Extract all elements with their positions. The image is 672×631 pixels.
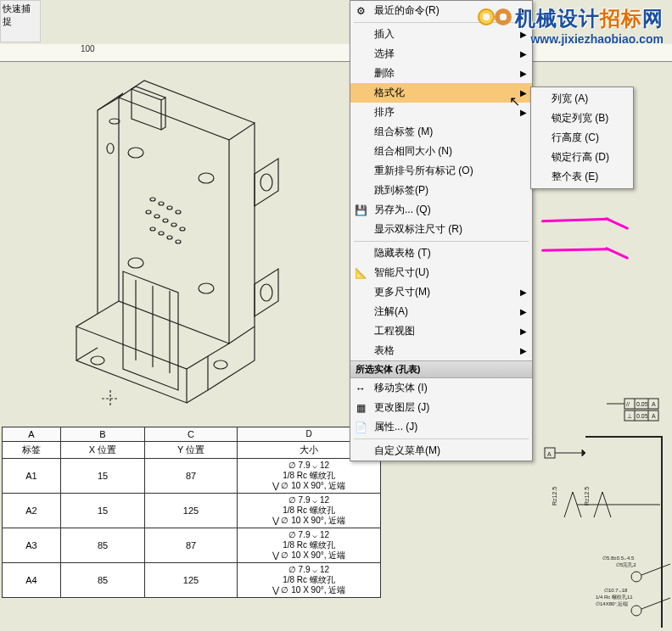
svg-text://: //: [626, 401, 630, 407]
svg-point-9: [176, 210, 181, 214]
dimension-icon: 📐: [354, 266, 367, 280]
svg-line-44: [641, 564, 670, 575]
svg-text:∅5完孔2: ∅5完孔2: [616, 561, 636, 567]
table-row[interactable]: A1 15 87 ∅ 7.9 ⌵ 12 1/8 Rc 螺纹孔 ⋁ ∅ 10 X …: [3, 459, 381, 494]
menu-more-dim[interactable]: 更多尺寸(M)▶: [350, 282, 532, 302]
menu-hide-table[interactable]: 隐藏表格 (T): [350, 243, 532, 263]
svg-text:∅10.7⌵18: ∅10.7⌵18: [604, 588, 628, 593]
svg-text:A: A: [547, 451, 552, 457]
svg-point-4: [128, 258, 143, 268]
svg-text:Rz12.5: Rz12.5: [584, 487, 590, 505]
svg-point-8: [167, 206, 172, 209]
menu-drawing-view[interactable]: 工程视图▶: [350, 321, 532, 341]
submenu-lock-row-height[interactable]: 锁定行高 (D): [531, 148, 633, 167]
svg-point-17: [167, 236, 172, 239]
svg-text:A: A: [652, 401, 656, 407]
svg-point-11: [154, 215, 160, 218]
move-icon: ↔: [354, 382, 367, 395]
svg-point-20: [107, 143, 114, 154]
svg-point-13: [171, 223, 176, 226]
svg-point-18: [176, 240, 181, 243]
svg-point-43: [631, 606, 641, 616]
menu-move-entity[interactable]: ↔ 移动实体 (I): [350, 378, 532, 398]
menu-renumber[interactable]: 重新排号所有标记 (O): [350, 161, 532, 181]
table-subheader-row: 标签 X 位置 Y 位置 大小: [3, 442, 381, 459]
svg-point-19: [109, 119, 120, 124]
svg-text:A: A: [652, 413, 656, 419]
svg-point-0: [260, 174, 272, 191]
menu-smart-dim[interactable]: 📐 智能尺寸(U): [350, 263, 532, 282]
menu-properties[interactable]: 📄 属性... (J): [350, 417, 532, 437]
menu-separator: [354, 438, 529, 439]
svg-point-10: [146, 210, 151, 214]
subheader-tag: 标签: [3, 442, 61, 459]
svg-text:0.05: 0.05: [636, 401, 648, 407]
watermark-url: www.jixiezhaobiao.com: [478, 32, 664, 46]
menu-custom-menu[interactable]: 自定义菜单(M): [350, 441, 532, 461]
quick-snap-label: 快速捕捉: [3, 3, 31, 26]
svg-point-1: [260, 284, 272, 301]
svg-point-21: [91, 356, 104, 365]
watermark: 机械设计招标网 www.jixiezhaobiao.com: [478, 5, 664, 46]
svg-point-16: [159, 232, 164, 235]
subheader-x: X 位置: [61, 442, 145, 459]
gears-icon: [478, 8, 512, 25]
menu-sort[interactable]: 排序▶: [350, 103, 532, 122]
svg-point-42: [631, 572, 641, 582]
properties-icon: 📄: [354, 421, 367, 434]
ruler-tick: 100: [81, 44, 95, 53]
format-submenu[interactable]: 列宽 (A) 锁定列宽 (B) 行高度 (C) 锁定行高 (D) 整个表 (E): [530, 87, 634, 189]
svg-point-5: [199, 283, 214, 293]
submenu-col-width[interactable]: 列宽 (A): [531, 89, 633, 109]
gear-icon: ⚙: [354, 4, 367, 18]
subheader-y: Y 位置: [145, 442, 238, 459]
svg-text:⊥: ⊥: [627, 413, 632, 419]
svg-text:∅14X80°,近端: ∅14X80°,近端: [596, 601, 628, 606]
svg-line-47: [641, 598, 670, 609]
svg-text:1/4 Rc 螺纹孔11: 1/4 Rc 螺纹孔11: [596, 595, 633, 600]
svg-text:0.05: 0.05: [636, 413, 648, 419]
submenu-lock-col-width[interactable]: 锁定列宽 (B): [531, 109, 633, 128]
quick-snap-panel: 快速捕捉: [0, 0, 41, 42]
col-header-a: A: [3, 427, 61, 442]
menu-merge-label[interactable]: 组合标签 (M): [350, 122, 532, 142]
menu-show-dual-dim[interactable]: 显示双标注尺寸 (R): [350, 220, 532, 239]
menu-format[interactable]: 格式化▶: [350, 83, 532, 103]
svg-point-12: [163, 219, 168, 222]
table-row[interactable]: A2 15 125 ∅ 7.9 ⌵ 12 1/8 Rc 螺纹孔 ⋁ ∅ 10 X…: [3, 494, 381, 528]
svg-point-2: [128, 148, 143, 158]
menu-select[interactable]: 选择▶: [350, 44, 532, 64]
menu-annotation[interactable]: 注解(A)▶: [350, 302, 532, 321]
menu-save-as[interactable]: 💾 另存为... (Q): [350, 200, 532, 220]
svg-point-3: [199, 173, 214, 183]
menu-merge-size[interactable]: 组合相同大小 (N): [350, 142, 532, 161]
context-menu[interactable]: ⚙ 最近的命令(R) ▶ 插入▶ 选择▶ 删除▶ 格式化▶ 排序▶ 组合标签 (…: [350, 0, 533, 461]
svg-point-6: [150, 198, 155, 201]
svg-text:Rz12.5: Rz12.5: [552, 487, 557, 505]
menu-delete[interactable]: 删除▶: [350, 64, 532, 83]
col-header-c: C: [145, 427, 238, 442]
table-header-row: A B C D: [3, 427, 381, 442]
isometric-part: [51, 64, 339, 420]
table-row[interactable]: A4 85 125 ∅ 7.9 ⌵ 12 1/8 Rc 螺纹孔 ⋁ ∅ 10 X…: [3, 563, 381, 598]
col-header-b: B: [61, 427, 145, 442]
right-view: // 0.05 A ⊥ 0.05 A A Rz12.5 Rz12.5: [543, 390, 670, 628]
menu-change-layer[interactable]: ▦ 更改图层 (J): [350, 398, 532, 417]
menu-tables[interactable]: 表格▶: [350, 341, 532, 360]
svg-point-14: [180, 227, 185, 231]
svg-point-15: [150, 227, 155, 231]
svg-text:∅5.8±0.5⌵4.5: ∅5.8±0.5⌵4.5: [602, 556, 635, 561]
hole-table[interactable]: A B C D 标签 X 位置 Y 位置 大小 A1 15 87 ∅ 7.9 ⌵…: [2, 427, 381, 598]
ruler-horizontal: 100: [0, 44, 672, 62]
menu-section-header: 所选实体 (孔表): [350, 360, 532, 378]
layer-icon: ▦: [354, 401, 367, 415]
svg-point-22: [214, 360, 227, 369]
submenu-whole-table[interactable]: 整个表 (E): [531, 167, 633, 187]
save-icon: 💾: [354, 204, 367, 217]
menu-jump-tag[interactable]: 跳到标签(P): [350, 181, 532, 200]
table-row[interactable]: A3 85 87 ∅ 7.9 ⌵ 12 1/8 Rc 螺纹孔 ⋁ ∅ 10 X …: [3, 528, 381, 563]
svg-point-7: [159, 202, 164, 205]
submenu-row-height[interactable]: 行高度 (C): [531, 128, 633, 148]
menu-separator: [354, 241, 529, 242]
